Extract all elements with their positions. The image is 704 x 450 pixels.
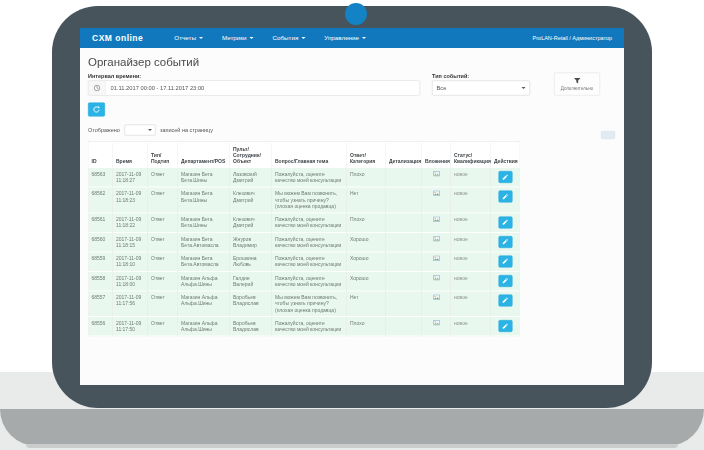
edit-button[interactable]	[498, 216, 512, 228]
event-type: Ответ	[148, 317, 178, 337]
advanced-filter-button[interactable]: Дополнительно	[554, 73, 600, 96]
page-title: Органайзер событий	[88, 55, 616, 69]
chevron-down-icon	[362, 37, 366, 39]
event-type: Ответ	[148, 233, 178, 253]
event-detail	[386, 272, 422, 292]
scrollbar-thumb[interactable]	[601, 131, 615, 139]
table-row: 68557 2017-11-09 11:17:56 Ответ Магазин …	[89, 291, 520, 317]
edit-button[interactable]	[498, 191, 512, 203]
actions-cell	[491, 252, 520, 272]
event-id: 68563	[89, 168, 113, 188]
actions-cell	[491, 188, 520, 214]
pos-name: Альфа.Шины	[181, 326, 227, 332]
event-type: Ответ	[148, 168, 178, 188]
image-attachment-icon[interactable]	[433, 236, 440, 242]
attachment-cell	[422, 317, 451, 337]
pos-name: Альфа.Шины	[181, 301, 227, 307]
image-attachment-icon[interactable]	[433, 216, 440, 222]
event-time: 2017-11-09 11:18:10	[113, 252, 148, 272]
table-row: 68559 2017-11-09 11:18:10 Ответ Магазин …	[89, 252, 520, 272]
top-navbar: CXM online Отчеты Метрики События Управл…	[80, 28, 624, 48]
event-answer: Хорошо	[347, 233, 386, 253]
menu-item-events[interactable]: События	[272, 35, 305, 42]
event-id: 68562	[89, 188, 113, 214]
app-logo[interactable]: CXM online	[92, 33, 143, 43]
image-attachment-icon[interactable]	[433, 294, 440, 300]
edit-button[interactable]	[498, 320, 512, 332]
attachment-cell	[422, 188, 451, 214]
user-account-menu[interactable]: ProLAN-Retail / Администратор	[533, 35, 612, 41]
advanced-filter-label: Дополнительно	[561, 86, 593, 91]
menu-item-management[interactable]: Управление	[324, 35, 366, 42]
date-range-input[interactable]	[106, 81, 420, 95]
edit-button[interactable]	[498, 255, 512, 267]
menu-item-reports[interactable]: Отчеты	[174, 35, 203, 42]
menu-item-metrics[interactable]: Метрики	[222, 35, 254, 42]
event-type-select[interactable]: Все	[432, 81, 530, 96]
event-question: Мы можем Вам позвонить, чтобы узнать при…	[272, 291, 347, 317]
event-id: 68559	[89, 252, 113, 272]
refresh-button[interactable]	[88, 103, 105, 117]
event-department: Магазин Бета Бета.Шины	[178, 213, 230, 233]
event-detail	[386, 188, 422, 214]
type-label: Тип событий:	[432, 73, 530, 79]
event-department: Магазин Бета Бета.Автомасла	[178, 233, 230, 253]
event-detail	[386, 252, 422, 272]
attachment-cell	[422, 272, 451, 292]
camera-dot	[345, 3, 367, 25]
pos-name: Бета.Шины	[181, 223, 227, 229]
attachment-cell	[422, 291, 451, 317]
event-department: Магазин Альфа Альфа.Шины	[178, 317, 230, 337]
event-detail	[386, 233, 422, 253]
event-employee: Клезович Дмитрий	[230, 213, 272, 233]
table-row: 68563 2017-11-09 11:18:27 Ответ Магазин …	[89, 168, 520, 188]
event-id: 68558	[89, 272, 113, 292]
refresh-icon	[93, 106, 101, 114]
attachment-cell	[422, 213, 451, 233]
pencil-icon	[502, 239, 509, 246]
edit-button[interactable]	[498, 294, 512, 306]
col-status: Статус/ Квалификация	[451, 142, 491, 168]
event-time: 2017-11-09 11:18:23	[113, 188, 148, 214]
event-employee: Жнуров Владимир	[230, 233, 272, 253]
table-row: 68560 2017-11-09 11:18:15 Ответ Магазин …	[89, 233, 520, 253]
actions-cell	[491, 213, 520, 233]
per-page-select[interactable]	[124, 125, 155, 136]
status-badge: новое	[454, 236, 468, 242]
event-employee: Ерошкина Любовь	[230, 252, 272, 272]
image-attachment-icon[interactable]	[433, 275, 440, 281]
chevron-down-icon	[522, 87, 526, 89]
event-employee: Воробьев Владислав	[230, 317, 272, 337]
event-question: Пожалуйста, оцените качество моей консул…	[272, 252, 347, 272]
event-answer: Хорошо	[347, 252, 386, 272]
event-answer: Плохо	[347, 213, 386, 233]
event-time: 2017-11-09 11:18:15	[113, 233, 148, 253]
event-answer: Плохо	[347, 317, 386, 337]
clock-icon[interactable]	[89, 81, 106, 95]
image-attachment-icon[interactable]	[433, 191, 440, 197]
event-type-value: Все	[437, 85, 447, 91]
mockup-stage: CXM online Отчеты Метрики События Управл…	[0, 0, 704, 450]
col-detail: Детализация	[386, 142, 422, 168]
status-badge: новое	[454, 275, 468, 281]
edit-button[interactable]	[498, 275, 512, 287]
edit-button[interactable]	[498, 171, 512, 183]
event-time: 2017-11-09 11:18:00	[113, 272, 148, 292]
col-type: Тип/ Подтип	[148, 142, 178, 168]
image-attachment-icon[interactable]	[433, 320, 440, 326]
edit-button[interactable]	[498, 236, 512, 248]
col-actions: Действия	[491, 142, 520, 168]
table-header-row: ID Время Тип/ Подтип Департамент/POS Пул…	[89, 142, 520, 168]
event-time: 2017-11-09 11:18:27	[113, 168, 148, 188]
event-id: 68561	[89, 213, 113, 233]
image-attachment-icon[interactable]	[433, 255, 440, 261]
image-attachment-icon[interactable]	[433, 171, 440, 177]
event-answer: Нет	[347, 188, 386, 214]
actions-cell	[491, 317, 520, 337]
event-question: Пожалуйста, оцените качество моей консул…	[272, 317, 347, 337]
event-time: 2017-11-09 11:17:56	[113, 291, 148, 317]
event-employee: Клезович Дмитрий	[230, 188, 272, 214]
event-department: Магазин Бета Бета.Автомасла	[178, 252, 230, 272]
pos-name: Бета.Шины	[181, 197, 227, 203]
events-tbody: 68563 2017-11-09 11:18:27 Ответ Магазин …	[89, 168, 520, 337]
